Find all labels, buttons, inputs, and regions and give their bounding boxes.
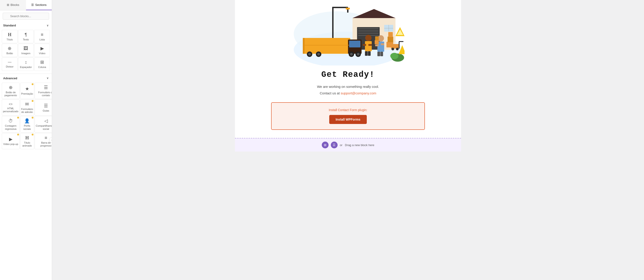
video-popup-label: Vídeo pop-up (3, 143, 18, 146)
guias-label: Guias (43, 109, 49, 112)
block-formulario-contato[interactable]: ☰ Formulário de contato (34, 83, 52, 99)
contagem-icon: ⏱ (8, 119, 13, 123)
svg-rect-23 (399, 41, 404, 42)
pro-badge (17, 117, 19, 119)
drop-icon-text[interactable]: ☰ (331, 141, 338, 148)
svg-rect-51 (375, 40, 379, 44)
search-input[interactable] (3, 13, 49, 20)
html-label: HTML personalizado (3, 107, 18, 113)
block-video[interactable]: ▶ Vídeo (34, 44, 50, 57)
compartilhamento-label: Compartilhamento social (36, 125, 52, 130)
drop-zone: ⊞ ☰ or Drag a new block here (235, 138, 461, 151)
plugin-label: Install Contact Form plugin: (277, 108, 419, 112)
espacador-icon: ↕ (25, 60, 27, 64)
svg-rect-52 (375, 36, 379, 40)
tab-bar: ⊞ Blocks ☰ Sections (0, 0, 52, 10)
svg-rect-11 (358, 33, 378, 34)
pro-badge (32, 134, 34, 136)
block-imagem[interactable]: 🖼 Imagem (18, 44, 34, 57)
drop-icon-grid[interactable]: ⊞ (322, 141, 328, 148)
botao-icon: ⊕ (8, 46, 12, 51)
svg-point-34 (308, 53, 311, 56)
block-contagem-regressiva[interactable]: ⏱ Contagem regressiva (2, 116, 20, 132)
block-html-personalizado[interactable]: <> HTML personalizado (2, 99, 20, 116)
pro-badge (17, 134, 19, 136)
tab-blocks[interactable]: ⊞ Blocks (0, 0, 26, 10)
main-content: Get Ready! We are working on something r… (52, 0, 644, 280)
advanced-section-header[interactable]: Advanced ∨ (0, 75, 52, 82)
install-wpforms-button[interactable]: Install WPForms (329, 115, 367, 124)
divisor-icon: — (8, 60, 12, 64)
block-compartilhamento[interactable]: ◁ Compartilhamento social (34, 116, 52, 132)
block-titulo-animado[interactable]: H Título animado (20, 133, 34, 149)
canvas-area: Get Ready! We are working on something r… (52, 0, 644, 280)
block-texto[interactable]: ¶ Texto (18, 30, 34, 43)
coluna-icon: ⊞ (40, 60, 44, 64)
formulario-adesao-icon: ✉ (25, 102, 29, 106)
pro-badge (32, 117, 34, 119)
block-botao-pagamento[interactable]: ⊕ Botão de pagamento (2, 83, 20, 99)
block-formulario-adesao[interactable]: ✉ Formulário de adesão (20, 99, 34, 116)
svg-rect-47 (375, 44, 378, 46)
svg-rect-44 (368, 51, 370, 56)
svg-rect-38 (303, 38, 304, 54)
block-coluna[interactable]: ⊞ Coluna (34, 57, 50, 71)
svg-point-20 (392, 48, 394, 50)
block-titulo[interactable]: H Título (2, 30, 18, 43)
block-video-popup[interactable]: ▶ Vídeo pop-up (2, 133, 20, 149)
pro-badge (32, 100, 34, 102)
drop-zone-text: or Drag a new block here (340, 143, 374, 147)
blocks-icon: ⊞ (7, 3, 9, 6)
lista-label: Lista (40, 38, 45, 41)
contact-email[interactable]: support@company.com (341, 91, 376, 95)
tab-sections-label: Sections (35, 3, 46, 6)
svg-rect-49 (378, 52, 380, 56)
titulo-animado-icon: H (25, 136, 29, 140)
block-premiacao[interactable]: ★ Premiação (20, 83, 34, 99)
svg-point-39 (365, 35, 372, 41)
svg-rect-18 (388, 32, 393, 37)
botao-pagamento-icon: ⊕ (9, 85, 13, 90)
block-espacador[interactable]: ↕ Espaçador (18, 57, 34, 71)
illustration-area (235, 0, 461, 65)
svg-rect-28 (349, 41, 360, 47)
coluna-label: Coluna (38, 66, 46, 69)
guias-icon: ☰ (44, 103, 48, 108)
divisor-label: Divisor (6, 65, 14, 68)
illustration-svg (292, 4, 404, 65)
standard-section-header[interactable]: Standard ∨ (0, 22, 52, 29)
espacador-label: Espaçador (20, 66, 32, 69)
block-lista[interactable]: ≡ Lista (34, 30, 50, 43)
svg-rect-10 (358, 30, 378, 31)
compartilhamento-icon: ◁ (44, 119, 48, 123)
svg-point-54 (390, 53, 398, 59)
advanced-label: Advanced (3, 77, 17, 80)
svg-rect-42 (368, 44, 372, 46)
search-area: 🔍 (0, 10, 52, 22)
svg-rect-17 (388, 37, 393, 42)
premiacao-icon: ★ (25, 87, 29, 91)
block-perfis-sociais[interactable]: 👤 Perfis sociais (20, 116, 34, 132)
content-text-area: Get Ready! We are working on something r… (235, 65, 461, 98)
contagem-label: Contagem regressiva (3, 125, 18, 130)
svg-rect-3 (332, 7, 348, 8)
premiacao-label: Premiação (21, 92, 33, 95)
imagem-icon: 🖼 (24, 46, 28, 51)
svg-marker-7 (352, 9, 396, 18)
texto-label: Texto (23, 38, 29, 41)
video-label: Vídeo (39, 52, 46, 55)
titulo-label: Título (6, 38, 13, 41)
block-guias[interactable]: ☰ Guias (34, 99, 52, 116)
block-divisor[interactable]: — Divisor (2, 57, 18, 71)
svg-rect-22 (399, 42, 400, 49)
tab-sections[interactable]: ☰ Sections (26, 0, 52, 10)
page-heading: Get Ready! (244, 70, 452, 79)
svg-point-21 (396, 48, 399, 50)
pro-badge (32, 83, 34, 85)
block-botao[interactable]: ⊕ Botão (2, 44, 18, 57)
svg-point-36 (317, 53, 320, 56)
svg-rect-26 (303, 38, 350, 54)
svg-point-30 (350, 53, 353, 56)
standard-chevron-icon: ∨ (46, 24, 48, 27)
lista-icon: ≡ (41, 32, 44, 37)
